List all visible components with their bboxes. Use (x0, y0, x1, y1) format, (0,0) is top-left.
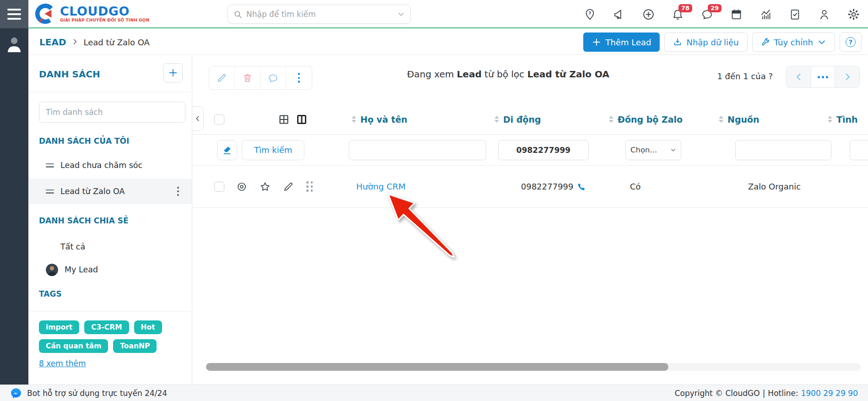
tasks-icon[interactable] (789, 8, 801, 21)
hotline-number-link[interactable]: 1900 29 29 90 (801, 389, 858, 398)
hamburger-menu-button[interactable] (0, 0, 28, 28)
edit-pencil-icon[interactable] (209, 66, 235, 89)
search-filter-button[interactable]: Tìm kiếm (242, 140, 304, 160)
lead-name-link[interactable]: Hường CRM (348, 182, 406, 191)
tag-chip[interactable]: import (39, 320, 79, 334)
chat-icon[interactable]: 29 (701, 8, 713, 21)
table-filter-row: Tìm kiếm Chọn... (192, 135, 868, 166)
cloudgo-logo-icon (35, 3, 56, 24)
prev-page-button[interactable] (787, 66, 811, 87)
customize-button[interactable]: Tùy chỉnh (752, 33, 835, 52)
filter-zalo-select[interactable]: Chọn... (625, 140, 681, 160)
avatar (46, 264, 58, 276)
messages-badge: 29 (708, 4, 722, 12)
filter-name-input[interactable] (349, 140, 486, 160)
filter-status-input[interactable] (850, 140, 868, 160)
column-header-name[interactable]: Họ và tên (352, 114, 407, 125)
list-search-input[interactable] (39, 102, 185, 123)
column-header-zalo-sync[interactable]: Đồng bộ Zalo (609, 114, 683, 125)
logo-text: CLOUDGO (60, 5, 149, 18)
tag-chip[interactable]: ToanNP (113, 339, 157, 353)
megaphone-icon[interactable] (613, 8, 625, 21)
column-header-source[interactable]: Nguồn (719, 114, 760, 125)
user-icon[interactable] (818, 8, 830, 21)
collapse-sidebar-button[interactable] (192, 106, 204, 131)
clear-filters-button[interactable] (217, 140, 237, 160)
footer-support-text: Bot hỗ trợ sử dụng trực tuyến 24/24 (27, 389, 167, 398)
sidebar-item-my-lead[interactable]: My Lead (28, 259, 192, 280)
sidebar: DANH SÁCH DANH SÁCH CỦA TÔI Lead chưa ch… (28, 55, 192, 385)
lead-source-value: Zalo Organic (719, 182, 801, 191)
tag-chip[interactable]: Hot (134, 320, 162, 334)
preview-eye-icon[interactable] (236, 181, 247, 192)
select-all-checkbox[interactable] (214, 114, 224, 125)
filter-source-input[interactable] (735, 140, 831, 160)
cloudgo-logo[interactable]: CLOUDGO GIẢI PHÁP CHUYỂN ĐỔI SỐ TINH GỌN (35, 3, 149, 24)
messenger-icon[interactable] (10, 387, 22, 399)
column-header-status[interactable]: Tình (828, 114, 858, 125)
tag-chip[interactable]: C3-CRM (84, 320, 129, 334)
ellipsis-icon (818, 76, 828, 78)
profile-avatar-icon[interactable] (5, 34, 23, 53)
list-options-kebab-icon[interactable] (177, 187, 179, 196)
sidebar-title: DANH SÁCH (39, 69, 100, 80)
import-data-button[interactable]: Nhập dữ liệu (664, 33, 747, 52)
row-checkbox[interactable] (214, 182, 224, 192)
chevron-down-icon[interactable] (397, 11, 405, 18)
table-row: Hường CRM 0982277999 Có Zalo Organic (192, 166, 868, 208)
chevron-down-icon (817, 38, 826, 47)
add-circle-icon[interactable] (642, 8, 655, 21)
column-header-mobile[interactable]: Di động (494, 114, 541, 125)
star-icon[interactable] (260, 181, 271, 192)
header-action-buttons: Thêm Lead Nhập dữ liệu Tùy chỉnh ? (583, 33, 862, 52)
wrench-icon (761, 38, 770, 47)
global-search-input[interactable] (246, 10, 393, 19)
edit-pencil-icon[interactable] (283, 181, 294, 192)
hotline-label: Hotline: (768, 389, 798, 398)
calendar-icon[interactable] (730, 8, 743, 21)
analytics-icon[interactable] (760, 8, 772, 21)
bulk-actions-toolbar (209, 66, 312, 90)
location-pin-icon[interactable]: ? (584, 8, 596, 21)
comment-bubble-icon[interactable] (260, 66, 286, 89)
grid-view-icon[interactable] (278, 114, 289, 125)
tag-chip[interactable]: Cần quan tâm (39, 339, 108, 353)
page-header: LEAD Lead từ Zalo OA Thêm Lead Nhập dữ l… (28, 29, 868, 55)
sort-icon (352, 116, 356, 123)
breadcrumb-root[interactable]: LEAD (39, 37, 66, 48)
notifications-badge: 78 (678, 4, 692, 12)
scrollbar-thumb[interactable] (206, 363, 668, 371)
logo-tagline: GIẢI PHÁP CHUYỂN ĐỔI SỐ TINH GỌN (60, 18, 149, 22)
plus-icon (592, 38, 601, 47)
drag-handle-icon[interactable] (306, 181, 313, 192)
see-more-tags-link[interactable]: 8 xem thêm (39, 359, 86, 368)
sidebar-item-tat-ca[interactable]: Tất cả (28, 237, 192, 256)
filter-mobile-input[interactable] (498, 140, 589, 160)
next-page-button[interactable] (835, 66, 859, 87)
topbar: CLOUDGO GIẢI PHÁP CHUYỂN ĐỔI SỐ TINH GỌN… (0, 0, 868, 28)
tags-list: import C3-CRM Hot Cần quan tâm ToanNP (39, 320, 185, 353)
chevron-left-icon (795, 73, 803, 81)
page-list-button[interactable] (811, 66, 835, 87)
list-icon (46, 163, 54, 168)
phone-call-icon[interactable] (577, 182, 586, 191)
footer-copyright: Copyright © CloudGO | Hotline: 1900 29 2… (675, 389, 858, 398)
add-lead-button[interactable]: Thêm Lead (583, 33, 660, 52)
divider (28, 92, 191, 92)
tags-heading: TAGS (39, 289, 62, 298)
plus-icon (168, 68, 178, 78)
chevron-right-icon (72, 38, 78, 47)
bell-icon[interactable]: 78 (672, 8, 684, 21)
my-lists-heading: DANH SÁCH CỦA TÔI (39, 136, 129, 146)
add-list-button[interactable] (163, 63, 183, 82)
settings-gear-icon[interactable] (847, 8, 860, 21)
help-button[interactable]: ? (840, 33, 862, 52)
topbar-icons: ? 78 29 (584, 0, 860, 28)
eraser-icon (222, 145, 232, 155)
column-view-icon[interactable] (296, 114, 307, 125)
chevron-left-icon (195, 115, 201, 122)
sidebar-item-lead-tu-zalo-oa[interactable]: Lead từ Zalo OA (28, 179, 192, 204)
main-content: Đang xem Lead từ bộ lọc Lead từ Zalo OA … (192, 55, 868, 385)
sidebar-item-lead-chua-cham-soc[interactable]: Lead chưa chăm sóc (28, 155, 192, 176)
delete-trash-icon[interactable] (235, 66, 260, 89)
